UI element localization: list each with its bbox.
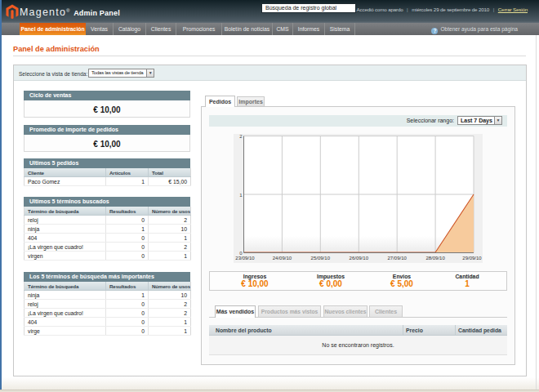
svg-text:25/09/10: 25/09/10 — [311, 256, 331, 261]
svg-text:27/09/10: 27/09/10 — [388, 256, 408, 261]
svg-text:26/09/10: 26/09/10 — [350, 256, 369, 261]
svg-text:29/09/10: 29/09/10 — [462, 256, 482, 261]
svg-text:24/09/10: 24/09/10 — [273, 256, 292, 261]
svg-text:28/09/10: 28/09/10 — [425, 256, 445, 261]
svg-text:23/09/10: 23/09/10 — [235, 256, 255, 261]
